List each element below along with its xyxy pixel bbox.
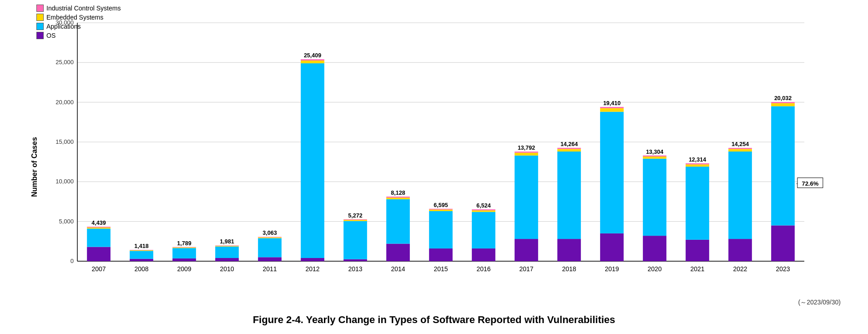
- bar-os: [771, 225, 795, 261]
- bar-os: [258, 257, 282, 261]
- bar-os: [472, 248, 495, 261]
- x-tick-label: 2016: [476, 265, 490, 273]
- bar-ics: [600, 107, 624, 108]
- bar-total-label: 13,792: [518, 145, 535, 151]
- legend: Industrial Control SystemsEmbedded Syste…: [36, 5, 121, 39]
- x-tick-label: 2012: [305, 265, 319, 273]
- bar-apps: [386, 199, 410, 244]
- bar-total-label: 1,981: [220, 238, 234, 245]
- bar-ics: [643, 156, 666, 157]
- bar-embedded: [258, 237, 282, 238]
- bar-os: [557, 239, 581, 261]
- x-tick-label: 2022: [733, 265, 747, 273]
- bar-apps: [557, 152, 581, 239]
- bar-apps: [515, 156, 538, 239]
- bar-ics: [386, 197, 410, 197]
- bar-embedded: [386, 197, 410, 199]
- chart-container: Number of Cases Industrial Control Syste…: [0, 0, 868, 334]
- bar-os: [343, 259, 367, 261]
- bar-total-label: 12,314: [689, 157, 706, 163]
- bar-ics: [130, 250, 153, 250]
- legend-item: Embedded Systems: [36, 14, 121, 21]
- bar-ics: [557, 148, 581, 149]
- bar-ics: [728, 148, 752, 149]
- bar-embedded: [130, 250, 153, 251]
- bar-total-label: 5,272: [348, 213, 362, 219]
- legend-label: Industrial Control Systems: [46, 5, 121, 12]
- bar-ics: [87, 227, 111, 228]
- chart-plot: 05,00010,00015,00020,00025,00030,0004,43…: [56, 19, 823, 273]
- legend-label: OS: [46, 32, 56, 39]
- bar-apps: [472, 212, 495, 248]
- bar-apps: [301, 63, 324, 258]
- y-tick-label: 20,000: [56, 99, 74, 106]
- bar-apps: [686, 167, 709, 240]
- legend-swatch: [36, 5, 44, 12]
- bar-apps: [728, 152, 752, 239]
- bar-apps: [172, 248, 196, 258]
- bar-embedded: [686, 164, 709, 167]
- bar-apps: [429, 211, 453, 248]
- bar-ics: [343, 219, 367, 220]
- x-tick-label: 2021: [690, 265, 704, 273]
- bar-apps: [643, 159, 666, 236]
- x-tick-label: 2007: [91, 265, 106, 273]
- bar-total-label: 19,410: [603, 100, 621, 106]
- bar-ics: [172, 247, 196, 248]
- bar-ics: [515, 152, 538, 152]
- bar-total-label: 14,254: [732, 141, 749, 147]
- bar-total-label: 6,524: [476, 202, 490, 209]
- bar-os: [215, 258, 239, 261]
- bar-total-label: 3,063: [262, 230, 277, 236]
- bar-embedded: [172, 248, 196, 248]
- x-tick-label: 2023: [776, 265, 790, 273]
- bar-total-label: 1,418: [134, 243, 148, 249]
- y-tick-label: 15,000: [56, 138, 74, 145]
- bar-embedded: [557, 149, 581, 152]
- bar-apps: [87, 228, 111, 247]
- x-tick-label: 2018: [562, 265, 576, 273]
- percentage-label: 72.6%: [802, 180, 818, 187]
- bar-os: [686, 240, 709, 261]
- bar-os: [643, 236, 666, 261]
- bar-apps: [258, 238, 282, 257]
- x-tick-label: 2019: [605, 265, 619, 273]
- bar-os: [728, 239, 752, 261]
- x-tick-label: 2008: [134, 265, 148, 273]
- bar-apps: [215, 247, 239, 258]
- bar-embedded: [728, 149, 752, 152]
- legend-swatch: [36, 14, 44, 21]
- bar-os: [429, 248, 453, 261]
- chart-title: Figure 2-4. Yearly Change in Types of So…: [0, 314, 868, 326]
- legend-item: Industrial Control Systems: [36, 5, 121, 12]
- bar-embedded: [343, 220, 367, 221]
- x-tick-label: 2020: [647, 265, 661, 273]
- bar-total-label: 14,264: [560, 141, 578, 147]
- legend-label: Applications: [46, 23, 81, 30]
- y-tick-label: 0: [71, 258, 74, 264]
- bar-ics: [301, 59, 324, 61]
- bar-ics: [472, 209, 495, 210]
- bar-embedded: [771, 103, 795, 106]
- bar-os: [130, 259, 153, 261]
- y-tick-label: 10,000: [56, 178, 74, 185]
- bar-apps: [771, 106, 795, 225]
- y-tick-label: 5,000: [59, 218, 74, 225]
- x-tick-label: 2017: [519, 265, 533, 273]
- x-tick-label: 2014: [391, 265, 405, 273]
- bar-ics: [429, 209, 453, 210]
- bar-embedded: [600, 108, 624, 112]
- bar-ics: [215, 245, 239, 246]
- bar-os: [87, 247, 111, 261]
- legend-swatch: [36, 23, 44, 30]
- bar-apps: [600, 112, 624, 233]
- bar-os: [515, 239, 538, 261]
- bar-apps: [343, 221, 367, 259]
- bar-ics: [686, 163, 709, 164]
- bar-os: [301, 258, 324, 261]
- bar-os: [386, 244, 410, 261]
- bar-embedded: [301, 61, 324, 63]
- bar-os: [600, 233, 624, 261]
- x-tick-label: 2011: [262, 265, 277, 273]
- bar-total-label: 20,032: [774, 95, 792, 101]
